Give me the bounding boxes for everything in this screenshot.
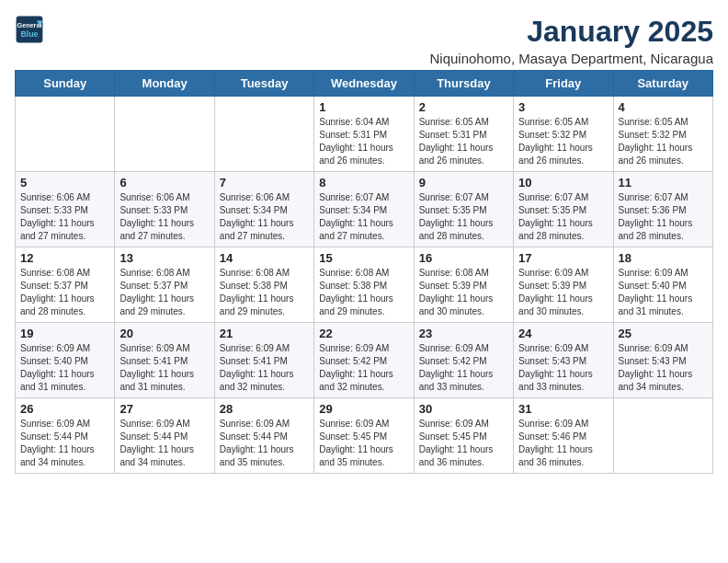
calendar-cell: [16, 97, 115, 172]
day-number: 27: [119, 402, 209, 416]
location-subtitle: Niquinohomo, Masaya Department, Nicaragu…: [44, 51, 713, 66]
day-number: 19: [20, 327, 109, 340]
cell-info: Sunrise: 6:09 AM Sunset: 5:45 PM Dayligh…: [419, 418, 508, 469]
calendar-cell: 11Sunrise: 6:07 AM Sunset: 5:36 PM Dayli…: [613, 172, 712, 247]
day-number: 6: [119, 176, 209, 190]
cell-info: Sunrise: 6:08 AM Sunset: 5:37 PM Dayligh…: [20, 267, 109, 318]
calendar-cell: [613, 398, 712, 474]
day-number: 20: [119, 327, 209, 340]
day-number: 14: [220, 251, 309, 265]
calendar-cell: 6Sunrise: 6:06 AM Sunset: 5:33 PM Daylig…: [115, 172, 214, 247]
calendar-cell: 9Sunrise: 6:07 AM Sunset: 5:35 PM Daylig…: [414, 172, 513, 247]
cell-info: Sunrise: 6:06 AM Sunset: 5:34 PM Dayligh…: [220, 191, 309, 243]
calendar-cell: 21Sunrise: 6:09 AM Sunset: 5:41 PM Dayli…: [214, 323, 313, 398]
cell-info: Sunrise: 6:05 AM Sunset: 5:32 PM Dayligh…: [619, 116, 708, 167]
calendar-cell: 30Sunrise: 6:09 AM Sunset: 5:45 PM Dayli…: [414, 398, 513, 474]
cell-info: Sunrise: 6:09 AM Sunset: 5:44 PM Dayligh…: [220, 418, 309, 469]
calendar-cell: 15Sunrise: 6:08 AM Sunset: 5:38 PM Dayli…: [314, 247, 414, 323]
day-header-monday: Monday: [115, 71, 214, 97]
day-number: 11: [619, 176, 708, 190]
cell-info: Sunrise: 6:09 AM Sunset: 5:42 PM Dayligh…: [319, 342, 408, 394]
calendar-cell: 19Sunrise: 6:09 AM Sunset: 5:40 PM Dayli…: [16, 323, 115, 398]
cell-info: Sunrise: 6:07 AM Sunset: 5:36 PM Dayligh…: [619, 191, 708, 243]
day-number: 3: [518, 100, 608, 114]
cell-info: Sunrise: 6:08 AM Sunset: 5:39 PM Dayligh…: [419, 267, 508, 318]
week-row-3: 12Sunrise: 6:08 AM Sunset: 5:37 PM Dayli…: [16, 247, 713, 323]
day-number: 7: [220, 176, 309, 190]
cell-info: Sunrise: 6:05 AM Sunset: 5:31 PM Dayligh…: [419, 116, 508, 167]
day-header-wednesday: Wednesday: [314, 71, 414, 97]
day-number: 18: [619, 251, 708, 265]
cell-info: Sunrise: 6:09 AM Sunset: 5:43 PM Dayligh…: [619, 342, 708, 394]
day-number: 31: [518, 402, 608, 416]
calendar-cell: 5Sunrise: 6:06 AM Sunset: 5:33 PM Daylig…: [16, 172, 115, 247]
logo: General Blue: [15, 15, 44, 44]
cell-info: Sunrise: 6:09 AM Sunset: 5:39 PM Dayligh…: [518, 267, 608, 318]
day-header-sunday: Sunday: [16, 71, 115, 97]
cell-info: Sunrise: 6:09 AM Sunset: 5:41 PM Dayligh…: [119, 342, 209, 394]
day-number: 2: [419, 100, 508, 114]
day-number: 24: [518, 327, 608, 340]
day-number: 17: [518, 251, 608, 265]
cell-info: Sunrise: 6:08 AM Sunset: 5:38 PM Dayligh…: [220, 267, 309, 318]
calendar-cell: 27Sunrise: 6:09 AM Sunset: 5:44 PM Dayli…: [115, 398, 214, 474]
calendar-cell: 26Sunrise: 6:09 AM Sunset: 5:44 PM Dayli…: [16, 398, 115, 474]
day-header-tuesday: Tuesday: [214, 71, 313, 97]
calendar-cell: 31Sunrise: 6:09 AM Sunset: 5:46 PM Dayli…: [514, 398, 613, 474]
logo-icon: General Blue: [15, 15, 44, 44]
day-number: 22: [319, 327, 408, 340]
cell-info: Sunrise: 6:06 AM Sunset: 5:33 PM Dayligh…: [119, 191, 209, 243]
day-number: 10: [518, 176, 608, 190]
calendar-cell: 22Sunrise: 6:09 AM Sunset: 5:42 PM Dayli…: [314, 323, 414, 398]
cell-info: Sunrise: 6:09 AM Sunset: 5:44 PM Dayligh…: [119, 418, 209, 469]
calendar-cell: 3Sunrise: 6:05 AM Sunset: 5:32 PM Daylig…: [514, 97, 613, 172]
day-number: 15: [319, 251, 408, 265]
calendar-cell: 14Sunrise: 6:08 AM Sunset: 5:38 PM Dayli…: [214, 247, 313, 323]
day-number: 29: [319, 402, 408, 416]
calendar-cell: [214, 97, 313, 172]
svg-text:Blue: Blue: [20, 29, 38, 39]
cell-info: Sunrise: 6:09 AM Sunset: 5:43 PM Dayligh…: [518, 342, 608, 394]
days-of-week-row: SundayMondayTuesdayWednesdayThursdayFrid…: [16, 71, 713, 97]
day-number: 13: [119, 251, 209, 265]
calendar-cell: 24Sunrise: 6:09 AM Sunset: 5:43 PM Dayli…: [514, 323, 613, 398]
calendar-header: SundayMondayTuesdayWednesdayThursdayFrid…: [16, 71, 713, 97]
calendar-table: SundayMondayTuesdayWednesdayThursdayFrid…: [15, 70, 713, 474]
calendar-cell: 10Sunrise: 6:07 AM Sunset: 5:35 PM Dayli…: [514, 172, 613, 247]
calendar-cell: 1Sunrise: 6:04 AM Sunset: 5:31 PM Daylig…: [314, 97, 414, 172]
cell-info: Sunrise: 6:07 AM Sunset: 5:35 PM Dayligh…: [419, 191, 508, 243]
cell-info: Sunrise: 6:09 AM Sunset: 5:41 PM Dayligh…: [220, 342, 309, 394]
day-number: 21: [220, 327, 309, 340]
week-row-5: 26Sunrise: 6:09 AM Sunset: 5:44 PM Dayli…: [16, 398, 713, 474]
day-number: 23: [419, 327, 508, 340]
day-number: 28: [220, 402, 309, 416]
week-row-2: 5Sunrise: 6:06 AM Sunset: 5:33 PM Daylig…: [16, 172, 713, 247]
calendar-cell: 25Sunrise: 6:09 AM Sunset: 5:43 PM Dayli…: [613, 323, 712, 398]
day-number: 16: [419, 251, 508, 265]
calendar-cell: 8Sunrise: 6:07 AM Sunset: 5:34 PM Daylig…: [314, 172, 414, 247]
header: General Blue January 2025 Niquinohomo, M…: [15, 15, 713, 66]
day-number: 26: [20, 402, 109, 416]
cell-info: Sunrise: 6:09 AM Sunset: 5:44 PM Dayligh…: [20, 418, 109, 469]
cell-info: Sunrise: 6:09 AM Sunset: 5:42 PM Dayligh…: [419, 342, 508, 394]
calendar-cell: 28Sunrise: 6:09 AM Sunset: 5:44 PM Dayli…: [214, 398, 313, 474]
calendar-cell: 7Sunrise: 6:06 AM Sunset: 5:34 PM Daylig…: [214, 172, 313, 247]
day-number: 25: [619, 327, 708, 340]
calendar-cell: 29Sunrise: 6:09 AM Sunset: 5:45 PM Dayli…: [314, 398, 414, 474]
calendar-cell: 20Sunrise: 6:09 AM Sunset: 5:41 PM Dayli…: [115, 323, 214, 398]
day-number: 4: [619, 100, 708, 114]
day-number: 8: [319, 176, 408, 190]
calendar-cell: 18Sunrise: 6:09 AM Sunset: 5:40 PM Dayli…: [613, 247, 712, 323]
cell-info: Sunrise: 6:04 AM Sunset: 5:31 PM Dayligh…: [319, 116, 408, 167]
calendar-cell: [115, 97, 214, 172]
calendar-cell: 12Sunrise: 6:08 AM Sunset: 5:37 PM Dayli…: [16, 247, 115, 323]
cell-info: Sunrise: 6:06 AM Sunset: 5:33 PM Dayligh…: [20, 191, 109, 243]
day-number: 5: [20, 176, 109, 190]
week-row-1: 1Sunrise: 6:04 AM Sunset: 5:31 PM Daylig…: [16, 97, 713, 172]
cell-info: Sunrise: 6:09 AM Sunset: 5:40 PM Dayligh…: [20, 342, 109, 394]
day-number: 1: [319, 100, 408, 114]
cell-info: Sunrise: 6:08 AM Sunset: 5:37 PM Dayligh…: [119, 267, 209, 318]
cell-info: Sunrise: 6:07 AM Sunset: 5:35 PM Dayligh…: [518, 191, 608, 243]
calendar-body: 1Sunrise: 6:04 AM Sunset: 5:31 PM Daylig…: [16, 97, 713, 474]
cell-info: Sunrise: 6:09 AM Sunset: 5:45 PM Dayligh…: [319, 418, 408, 469]
